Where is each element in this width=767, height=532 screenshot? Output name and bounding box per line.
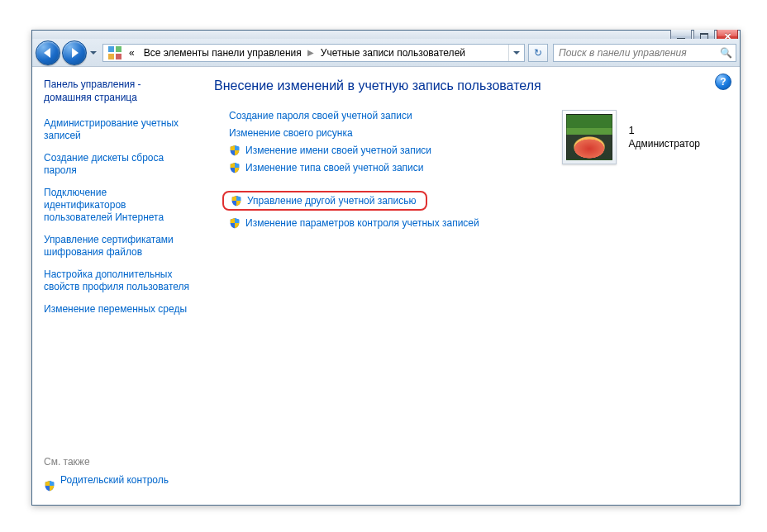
shield-icon <box>44 480 55 492</box>
see-also-link-row: Родительский контроль <box>44 474 191 496</box>
sidebar-link[interactable]: Подключение идентификаторов пользователе… <box>44 187 191 224</box>
search-icon[interactable]: 🔍 <box>720 47 732 59</box>
avatar-frame <box>562 110 617 164</box>
account-text: 1 Администратор <box>628 124 700 150</box>
control-panel-home-link[interactable]: Панель управления - домашняя страница <box>44 78 191 104</box>
client-area: Панель управления - домашняя страница Ад… <box>32 67 740 505</box>
arrow-left-icon <box>44 48 50 58</box>
sidebar-link[interactable]: Управление сертификатами шифрования файл… <box>44 234 191 259</box>
sidebar: Панель управления - домашняя страница Ад… <box>32 67 199 505</box>
refresh-icon: ↻ <box>534 47 542 59</box>
chevron-down-icon <box>513 51 520 55</box>
breadcrumb-dropdown[interactable] <box>508 45 524 61</box>
page-title: Внесение изменений в учетную запись поль… <box>214 78 725 93</box>
breadcrumb-seg-2[interactable]: Учетные записи пользователей <box>316 45 469 61</box>
chevron-down-icon <box>90 51 97 55</box>
nav-history-dropdown[interactable] <box>88 45 98 60</box>
main-row: Создание пароля своей учетной записи Изм… <box>214 110 725 235</box>
sidebar-link[interactable]: Администрирование учетных записей <box>44 117 191 142</box>
breadcrumb[interactable]: « Все элементы панели управления ▶ Учетн… <box>102 44 525 62</box>
see-also-section: См. также Родительский контроль <box>44 456 191 496</box>
task-change-name[interactable]: Изменение имени своей учетной записи <box>245 145 431 156</box>
sidebar-link[interactable]: Создание дискеты сброса пароля <box>44 152 191 177</box>
back-button[interactable] <box>36 40 60 65</box>
window-chrome-top: ✕ <box>32 31 740 39</box>
avatar-image <box>566 114 612 160</box>
parental-control-link[interactable]: Родительский контроль <box>60 474 169 487</box>
shield-icon <box>229 217 241 229</box>
task-create-password[interactable]: Создание пароля своей учетной записи <box>229 110 412 121</box>
control-panel-window: ✕ « Все элементы панели управления ▶ Уче… <box>31 30 741 506</box>
task-row: Создание пароля своей учетной записи <box>229 110 479 121</box>
shield-icon <box>231 195 242 207</box>
search-box[interactable]: 🔍 <box>553 44 736 62</box>
account-role: Администратор <box>628 138 700 151</box>
highlighted-task: Управление другой учетной записью <box>222 191 427 211</box>
task-change-uac[interactable]: Изменение параметров контроля учетных за… <box>245 217 479 229</box>
sidebar-link[interactable]: Настройка дополнительных свойств профиля… <box>44 268 191 293</box>
content-pane: ? Внесение изменений в учетную запись по… <box>199 67 740 505</box>
breadcrumb-sep-icon: ▶ <box>306 48 316 57</box>
task-change-picture[interactable]: Изменение своего рисунка <box>229 127 353 139</box>
search-input[interactable] <box>557 46 717 59</box>
sidebar-link[interactable]: Изменение переменных среды <box>44 303 191 316</box>
account-name: 1 <box>628 124 700 138</box>
task-row: Изменение типа своей учетной записи <box>229 162 479 173</box>
shield-icon <box>229 162 241 173</box>
shield-icon <box>229 145 241 156</box>
help-button[interactable]: ? <box>715 74 731 90</box>
task-row: Изменение своего рисунка <box>229 127 479 139</box>
breadcrumb-seg-1[interactable]: Все элементы панели управления <box>139 45 306 61</box>
account-tile[interactable]: 1 Администратор <box>562 110 700 164</box>
task-change-type[interactable]: Изменение типа своей учетной записи <box>245 162 423 173</box>
breadcrumb-prefix[interactable]: « <box>124 45 139 61</box>
address-bar: « Все элементы панели управления ▶ Учетн… <box>32 39 740 67</box>
forward-button[interactable] <box>62 40 87 65</box>
arrow-right-icon <box>72 48 79 58</box>
task-manage-other-account[interactable]: Управление другой учетной записью <box>247 195 416 207</box>
help-icon: ? <box>720 76 726 88</box>
tasks-list: Создание пароля своей учетной записи Изм… <box>214 110 479 235</box>
task-row: Изменение имени своей учетной записи <box>229 145 479 156</box>
control-panel-icon <box>108 46 121 59</box>
task-row: Изменение параметров контроля учетных за… <box>229 217 479 229</box>
see-also-label: См. также <box>44 456 191 468</box>
refresh-button[interactable]: ↻ <box>528 44 548 62</box>
